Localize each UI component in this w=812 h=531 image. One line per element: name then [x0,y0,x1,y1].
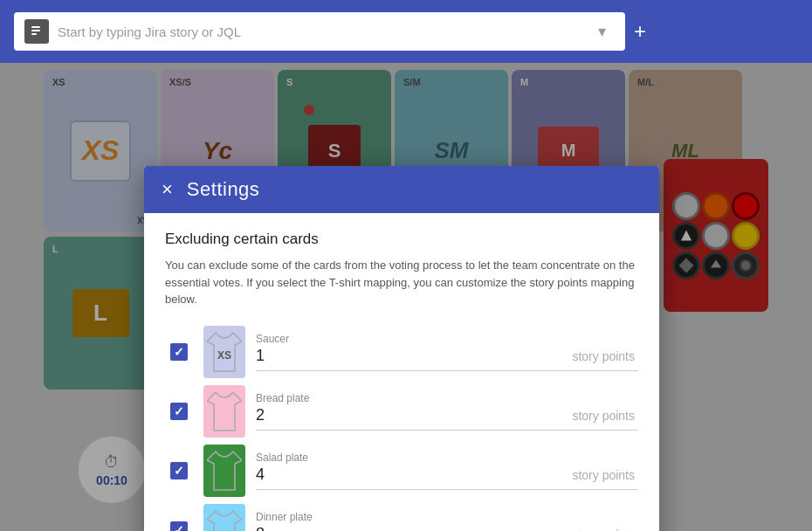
svg-rect-2 [31,33,37,35]
svg-rect-0 [31,26,40,28]
points-row-3: 8story points [256,525,638,532]
points-value-3[interactable]: 8 [256,525,282,532]
setting-row-3: Dinner plate8story points [165,504,638,532]
checkbox-0[interactable] [170,343,188,361]
modal-close-button[interactable]: × [162,180,173,199]
checkbox-wrap-3 [165,521,193,532]
points-value-0[interactable]: 1 [256,347,282,365]
card-name-2: Salad plate [256,452,638,464]
top-bar: Start by typing Jira story or JQL ▾ + [0,0,812,63]
card-thumb-3 [203,504,245,532]
search-box[interactable]: Start by typing Jira story or JQL ▾ [14,12,625,51]
card-thumb-0: XS [203,326,245,378]
checkbox-wrap-0 [165,343,193,361]
search-icon [24,19,49,44]
modal-title: Settings [187,178,260,201]
search-input[interactable]: Start by typing Jira story or JQL [58,24,589,39]
card-info-1: Bread plate2story points [256,392,638,431]
svg-rect-1 [31,30,40,31]
card-thumb-1 [203,385,245,438]
checkbox-2[interactable] [170,462,188,479]
points-row-1: 2story points [256,406,638,431]
points-row-2: 4story points [256,465,638,490]
setting-row-0: XSSaucer1story points [165,326,638,382]
dropdown-icon[interactable]: ▾ [598,22,606,41]
card-info-0: Saucer1story points [256,333,638,371]
setting-row-1: Bread plate2story points [165,385,638,441]
card-name-0: Saucer [256,333,638,345]
checkbox-1[interactable] [170,403,188,420]
checkbox-3[interactable] [170,521,188,532]
points-label-0: story points [572,349,638,365]
add-button[interactable]: + [634,19,646,44]
card-name-1: Bread plate [256,392,638,404]
card-info-2: Salad plate4story points [256,452,638,490]
modal-header: × Settings [144,166,659,213]
section-title: Excluding certain cards [165,231,638,248]
section-desc: You can exclude some of the cards from t… [165,257,638,308]
svg-text:XS: XS [217,349,231,362]
points-label-1: story points [572,409,638,424]
card-name-3: Dinner plate [256,511,638,523]
points-label-2: story points [572,468,638,484]
settings-rows: XSSaucer1story pointsBread plate2story p… [165,326,638,532]
modal-body: Excluding certain cards You can exclude … [144,213,659,531]
points-value-2[interactable]: 4 [256,465,282,484]
checkbox-wrap-2 [165,462,193,479]
card-thumb-2 [203,445,245,497]
setting-row-2: Salad plate4story points [165,445,638,500]
card-info-3: Dinner plate8story points [256,511,638,532]
points-value-1[interactable]: 2 [256,406,282,424]
points-row-0: 1story points [256,347,638,371]
checkbox-wrap-1 [165,403,193,420]
settings-modal: × Settings Excluding certain cards You c… [144,166,659,531]
points-label-3: story points [572,528,638,532]
